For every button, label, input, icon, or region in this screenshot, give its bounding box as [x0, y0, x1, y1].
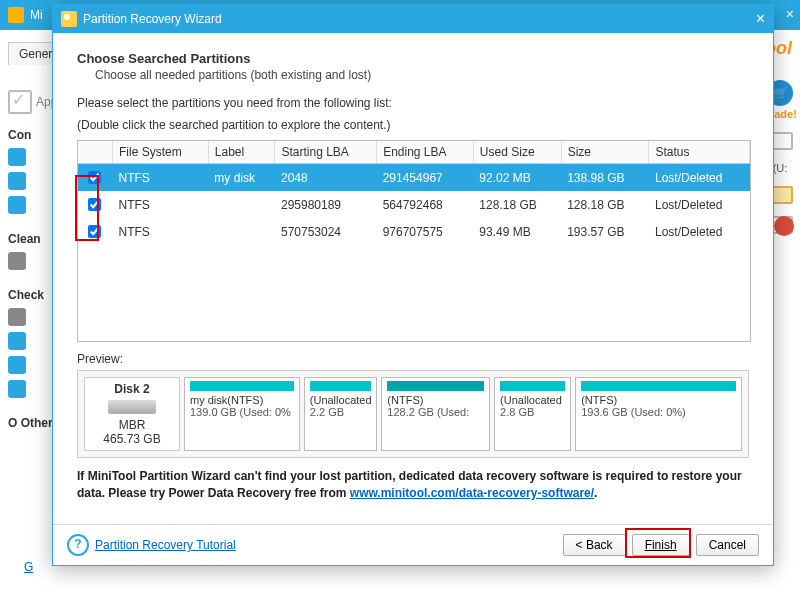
tutorial-link[interactable]: Partition Recovery Tutorial — [95, 538, 236, 552]
cell-slba: 295980189 — [275, 191, 377, 218]
usage-bar — [310, 381, 372, 391]
cell-size: 138.98 GB — [561, 164, 649, 192]
sidebar-icon[interactable] — [8, 380, 26, 398]
col-filesystem[interactable]: File System — [113, 141, 209, 164]
row-checkbox[interactable] — [88, 171, 101, 184]
table-row[interactable]: NTFS295980189564792468128.18 GB128.18 GB… — [78, 191, 750, 218]
partition-size: 193.6 GB (Used: 0%) — [581, 406, 736, 418]
cell-elba: 564792468 — [377, 191, 474, 218]
partition-title: (Unallocated — [310, 394, 372, 406]
cell-slba: 570753024 — [275, 218, 377, 245]
disk-type: MBR — [89, 418, 175, 432]
cell-status: Lost/Deleted — [649, 218, 750, 245]
partition-title: (NTFS) — [581, 394, 736, 406]
dialog-title: Partition Recovery Wizard — [83, 12, 222, 26]
sidebar-icon[interactable] — [8, 196, 26, 214]
partition-size: 139.0 GB (Used: 0% — [190, 406, 294, 418]
table-row[interactable]: NTFS57075302497670757593.49 MB193.57 GBL… — [78, 218, 750, 245]
section-con: Con — [8, 128, 58, 142]
usage-bar — [190, 381, 294, 391]
cell-label — [208, 218, 275, 245]
cell-label: my disk — [208, 164, 275, 192]
partition-title: my disk(NTFS) — [190, 394, 294, 406]
partition-box[interactable]: (NTFS)193.6 GB (Used: 0%) — [575, 377, 742, 451]
sidebar-icon[interactable] — [8, 332, 26, 350]
usage-bar — [500, 381, 565, 391]
cell-size: 193.57 GB — [561, 218, 649, 245]
table-row[interactable]: NTFSmy disk204829145496792.02 MB138.98 G… — [78, 164, 750, 192]
cell-elba: 976707575 — [377, 218, 474, 245]
help-icon[interactable]: ? — [67, 534, 89, 556]
section-other: O Other — [8, 416, 58, 430]
cell-status: Lost/Deleted — [649, 164, 750, 192]
partition-box[interactable]: (Unallocated2.8 GB — [494, 377, 571, 451]
cell-fs: NTFS — [113, 218, 209, 245]
col-status[interactable]: Status — [649, 141, 750, 164]
sidebar-icon[interactable] — [8, 356, 26, 374]
table-header-row: File System Label Starting LBA Ending LB… — [78, 141, 750, 164]
bg-close-icon[interactable]: × — [786, 6, 794, 22]
cell-slba: 2048 — [275, 164, 377, 192]
partitions-table[interactable]: File System Label Starting LBA Ending LB… — [77, 140, 751, 342]
disk-icon — [108, 400, 156, 414]
section-check: Check — [8, 288, 58, 302]
col-ending-lba[interactable]: Ending LBA — [377, 141, 474, 164]
disk-name: Disk 2 — [89, 382, 175, 396]
step-subheading: Choose all needed partitions (both exist… — [95, 68, 749, 82]
note-link[interactable]: www.minitool.com/data-recovery-software/ — [350, 486, 594, 500]
row-checkbox[interactable] — [88, 225, 101, 238]
finish-button[interactable]: Finish — [632, 534, 690, 556]
dialog-footer: ? Partition Recovery Tutorial < Back Fin… — [53, 524, 773, 565]
disk-size: 465.73 GB — [89, 432, 175, 446]
preview-label: Preview: — [77, 352, 749, 366]
partition-box[interactable]: my disk(NTFS)139.0 GB (Used: 0% — [184, 377, 300, 451]
cell-label — [208, 191, 275, 218]
cell-fs: NTFS — [113, 164, 209, 192]
partition-title: (Unallocated — [500, 394, 565, 406]
usage-bar — [581, 381, 736, 391]
partition-size: 128.2 GB (Used: — [387, 406, 484, 418]
usage-bar — [387, 381, 484, 391]
back-button[interactable]: < Back — [563, 534, 626, 556]
partition-size: 2.2 GB — [310, 406, 372, 418]
col-size[interactable]: Size — [561, 141, 649, 164]
bg-bottom-link[interactable]: G — [24, 560, 33, 574]
bg-title: Mi — [30, 8, 43, 22]
partition-recovery-dialog: Partition Recovery Wizard × Choose Searc… — [52, 4, 774, 566]
partition-size: 2.8 GB — [500, 406, 565, 418]
instruction-line1: Please select the partitions you need fr… — [77, 96, 749, 110]
sidebar-icon[interactable] — [8, 172, 26, 190]
gplus-icon[interactable] — [774, 216, 794, 236]
cell-used: 92.02 MB — [473, 164, 561, 192]
cell-size: 128.18 GB — [561, 191, 649, 218]
cell-fs: NTFS — [113, 191, 209, 218]
close-icon[interactable]: × — [756, 10, 765, 28]
instruction-line2: (Double click the searched partition to … — [77, 118, 749, 132]
bg-sidebar: Con Clean Check O Other — [8, 70, 58, 436]
sidebar-icon[interactable] — [8, 252, 26, 270]
dialog-titlebar[interactable]: Partition Recovery Wizard × — [53, 5, 773, 33]
col-used-size[interactable]: Used Size — [473, 141, 561, 164]
partition-title: (NTFS) — [387, 394, 484, 406]
cell-used: 93.49 MB — [473, 218, 561, 245]
col-label[interactable]: Label — [208, 141, 275, 164]
col-starting-lba[interactable]: Starting LBA — [275, 141, 377, 164]
wizard-icon — [61, 11, 77, 27]
partition-box[interactable]: (Unallocated2.2 GB — [304, 377, 378, 451]
partition-box[interactable]: (NTFS)128.2 GB (Used: — [381, 377, 490, 451]
cell-status: Lost/Deleted — [649, 191, 750, 218]
cancel-button[interactable]: Cancel — [696, 534, 759, 556]
sidebar-icon[interactable] — [8, 308, 26, 326]
cell-used: 128.18 GB — [473, 191, 561, 218]
disk-info[interactable]: Disk 2 MBR 465.73 GB — [84, 377, 180, 451]
app-icon — [8, 7, 24, 23]
step-heading: Choose Searched Partitions — [77, 51, 749, 66]
recovery-note: If MiniTool Partition Wizard can't find … — [77, 468, 749, 502]
section-clean: Clean — [8, 232, 58, 246]
disk-preview: Disk 2 MBR 465.73 GB my disk(NTFS)139.0 … — [77, 370, 749, 458]
cell-elba: 291454967 — [377, 164, 474, 192]
sidebar-icon[interactable] — [8, 148, 26, 166]
row-checkbox[interactable] — [88, 198, 101, 211]
